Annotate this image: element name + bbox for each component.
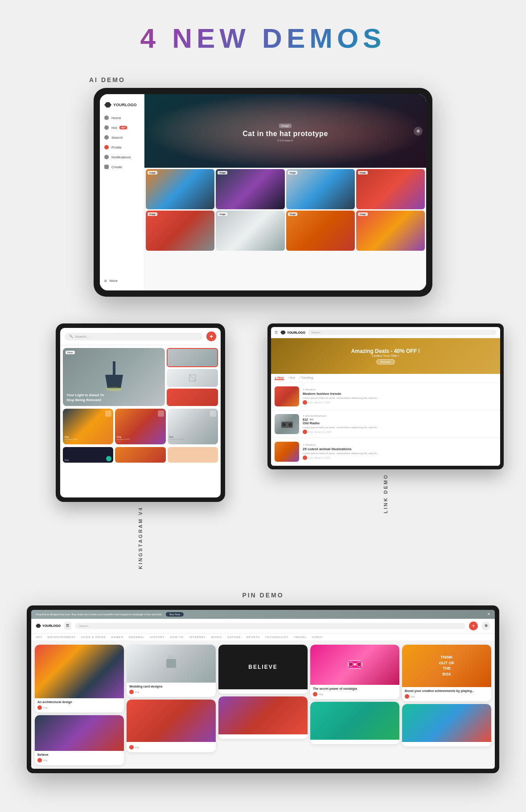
hero-subtitle: Limited Time Offer ! [372, 354, 399, 357]
item-badge: Image [358, 212, 368, 216]
tab-hot[interactable]: / Hot [288, 376, 295, 380]
side-post[interactable] [167, 348, 218, 367]
hot-badge: HOT [119, 126, 127, 129]
sidebar-item-profile[interactable]: Profile [100, 142, 144, 152]
settings-icon[interactable]: ⚙ [481, 621, 490, 630]
bottom-cell[interactable] [168, 447, 218, 463]
item-image [275, 414, 299, 434]
grid-item[interactable]: Image [146, 169, 214, 209]
pin-demo-section: PIN DEMO King theme designed by love. Bu… [0, 592, 526, 773]
item-badge: Image [218, 171, 227, 174]
pin-card[interactable] [402, 704, 491, 746]
side-post[interactable] [167, 389, 218, 406]
card-meta: king [37, 758, 121, 762]
card-info: Believe king [35, 751, 124, 765]
search-placeholder: Search... [75, 335, 89, 339]
card-meta: king [37, 705, 121, 710]
category-video[interactable]: VIDEO [312, 636, 323, 638]
hero-title: Amazing Deals - 40% OFF ! [351, 348, 420, 354]
bottom-cell[interactable] [115, 447, 165, 463]
tab-trending[interactable]: / Trending [299, 376, 313, 380]
card-title: The secret power of nostalgia [313, 687, 397, 691]
item-category: ✦ Homefront [303, 388, 497, 391]
pin-card[interactable]: king [127, 700, 216, 752]
item-badge: Image [288, 212, 298, 216]
king-search-bar[interactable]: 🔍 Search... [65, 333, 203, 340]
grid-item[interactable]: Image [146, 211, 214, 251]
grid-item[interactable]: Image [356, 211, 425, 251]
ai-demo-label: AI DEMO [89, 76, 125, 83]
item-desc: Lorem ipsum dolor sit amet, consectetur … [303, 426, 497, 429]
pin-column: BELIEVE [218, 645, 308, 765]
cell-meta: king January 4, 2025 ♡ 0 [65, 435, 78, 443]
category-music[interactable]: MUSIC [211, 636, 222, 638]
discover-button[interactable]: Discover [376, 359, 394, 365]
author: king [308, 456, 312, 459]
main-post[interactable]: News Your Light Is About ToStop Being Re… [63, 348, 165, 406]
list-item[interactable]: ✦ Homefront Modern fashion trends Lorem … [271, 383, 500, 410]
middle-section: 🔍 Search... + News [0, 315, 526, 578]
sidebar-item-home[interactable]: Home [100, 113, 144, 123]
category-history[interactable]: HISTORY [150, 636, 164, 638]
menu-icon[interactable]: ☰ [64, 622, 71, 630]
item-info: ✦ Homefront Modern fashion trends Lorem … [303, 388, 497, 405]
category-howto[interactable]: HOW TO [170, 636, 184, 638]
pin-card[interactable] [310, 702, 399, 744]
sidebar-item-more[interactable]: ≡ More [100, 276, 144, 286]
category-travel[interactable]: TRAVEL [294, 636, 307, 638]
card-image: THINKOUT OFTHEBOX [402, 645, 491, 687]
grid-item[interactable]: Image [216, 211, 284, 251]
grid-cell[interactable]: king January 4, 2025 ♡ 0 [63, 409, 113, 444]
grid-item[interactable]: Image [286, 211, 355, 251]
category-games[interactable]: GAMES [111, 636, 123, 638]
grid-cell[interactable]: king January 4, 2025 ♡ 0 [115, 409, 165, 444]
pin-card[interactable]: An architectural design king [35, 645, 124, 713]
sidebar-item-create[interactable]: Create [100, 162, 144, 172]
pin-card[interactable]: BELIEVE [218, 645, 308, 694]
pin-card[interactable]: The secret power of nostalgia king [310, 645, 399, 699]
pin-card[interactable] [218, 696, 308, 739]
sidebar-item-search[interactable]: Search [100, 133, 144, 142]
link-search[interactable]: Search... [308, 330, 497, 335]
avatar [303, 456, 307, 460]
pin-search[interactable]: Search... [75, 623, 465, 629]
banner-text: King theme designed by love. Buy today a… [36, 613, 162, 616]
grid-item[interactable]: Image [216, 169, 284, 209]
card-info: Boost your creative achievements by play… [402, 687, 491, 701]
category-sports[interactable]: SPORTS [247, 636, 260, 638]
list-item[interactable]: ✦ oldschool/retro/music $12 $22 Old Radi… [271, 410, 500, 438]
pin-column: The secret power of nostalgia king [310, 645, 399, 765]
kingstagram-label: KINGSTAGRAM V4 [138, 506, 143, 569]
close-icon[interactable]: ✕ [487, 612, 490, 616]
link-tabs: ● New / Hot / Trending [271, 374, 500, 383]
category-entertainment[interactable]: ENTERTAINMENT [48, 636, 76, 638]
grid-item[interactable]: Image [356, 169, 425, 209]
category-internet[interactable]: INTERNET [189, 636, 206, 638]
buy-now-button[interactable]: Buy Now [166, 612, 184, 617]
category-general[interactable]: GENERAL [128, 636, 144, 638]
category-art[interactable]: ART [36, 636, 42, 638]
grid-item[interactable]: Image [286, 169, 355, 209]
tab-new[interactable]: ● New [275, 376, 284, 380]
pin-card[interactable]: Wedding card designs king [127, 645, 216, 697]
category-tech[interactable]: TECHNOLOGY [265, 636, 288, 638]
author: king [308, 401, 312, 404]
sidebar-item-notifications[interactable]: Notifications [100, 152, 144, 162]
list-item[interactable]: ✦ Homefront 25 cutest animal illustratio… [271, 438, 500, 466]
side-post[interactable] [167, 369, 218, 386]
add-pin-button[interactable]: + [469, 621, 478, 630]
pin-card[interactable]: Believe king [35, 715, 124, 765]
bottom-cell[interactable]: king [63, 447, 113, 463]
item-badge: Image [358, 171, 368, 174]
category-food[interactable]: FOOD & DRINK [81, 636, 106, 638]
grid-cell[interactable]: king February 01, 2025 ♡ 0 [168, 409, 218, 444]
pin-card[interactable]: THINKOUT OFTHEBOX Boost your creative ac… [402, 645, 491, 701]
more-label: More [110, 279, 118, 283]
category-nature[interactable]: NATURE [227, 636, 241, 638]
hero-expand-button[interactable]: ⊕ [414, 127, 423, 136]
sidebar-item-hot[interactable]: Hot HOT [100, 123, 144, 133]
add-post-button[interactable]: + [206, 331, 216, 341]
cell-icon [105, 410, 111, 417]
svg-point-7 [288, 423, 292, 427]
link-logo: YOURLOGO [280, 331, 305, 335]
